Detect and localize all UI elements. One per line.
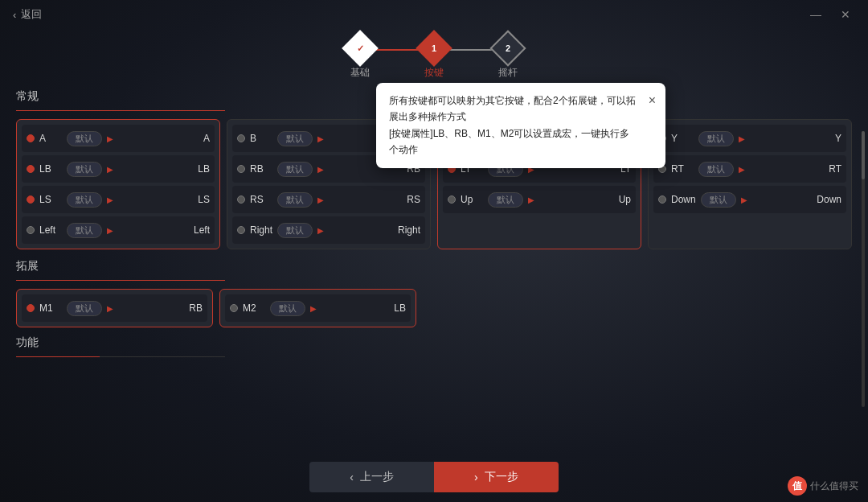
- expand-grid: M1 默认 ▶ RB M2 默认 ▶ LB: [16, 289, 852, 327]
- key-value-Y: Y: [835, 133, 841, 144]
- key-tag-M1: 默认: [67, 301, 102, 316]
- key-name-B: B: [250, 133, 272, 144]
- key-name-A: A: [39, 133, 62, 144]
- key-arrow-Y: ▶: [739, 134, 745, 143]
- key-row-RS[interactable]: RS 默认 ▶ RS: [232, 186, 425, 213]
- key-arrow-Left: ▶: [107, 226, 113, 235]
- key-row-Right[interactable]: Right 默认 ▶ Right: [232, 216, 425, 244]
- info-text-1: 所有按键都可以映射为其它按键，配合2个拓展键，可以拓展出多种操作方式: [389, 93, 637, 126]
- key-name-RB: RB: [250, 163, 272, 175]
- back-button[interactable]: ‹ 返回: [13, 7, 42, 22]
- step-1-label: 基础: [350, 66, 370, 80]
- key-value-LB: LB: [198, 163, 210, 175]
- key-arrow-RB: ▶: [317, 165, 324, 174]
- key-name-Right: Right: [250, 224, 272, 236]
- key-value-RT: RT: [829, 163, 841, 175]
- info-box-close-button[interactable]: ×: [649, 89, 656, 111]
- key-arrow-A: ▶: [107, 134, 113, 143]
- key-name-LS: LS: [39, 194, 62, 205]
- key-dot-RB: [237, 165, 245, 173]
- key-tag-M2: 默认: [270, 301, 305, 316]
- step-3: 2 摇杆: [495, 35, 521, 80]
- key-tag-LB: 默认: [67, 162, 102, 177]
- scroll-thumb: [862, 131, 865, 179]
- step-2-label: 按键: [424, 66, 444, 80]
- expand-section-label: 拓展: [16, 259, 852, 274]
- step-3-diamond: 2: [489, 30, 526, 66]
- key-arrow-M2: ▶: [310, 304, 317, 313]
- key-arrow-B: ▶: [317, 134, 324, 143]
- info-text-2: [按键属性]LB、RB、M1、M2可以设置成宏，一键执行多个动作: [389, 126, 637, 158]
- key-row-LB[interactable]: LB 默认 ▶ LB: [22, 155, 215, 183]
- key-name-LB: LB: [39, 163, 62, 175]
- key-row-M2[interactable]: M2 默认 ▶ LB: [225, 294, 411, 322]
- key-tag-Y: 默认: [698, 131, 734, 146]
- watermark: 值 什么值得买: [788, 476, 858, 496]
- key-row-Up[interactable]: Up 默认 ▶ Up: [443, 186, 636, 213]
- close-button[interactable]: ✕: [836, 6, 855, 23]
- key-value-Right: Right: [398, 224, 420, 236]
- step-2-number: 1: [432, 43, 436, 53]
- key-row-M1[interactable]: M1 默认 ▶ RB: [22, 294, 207, 322]
- key-tag-LS: 默认: [67, 192, 102, 208]
- expand-col-M2: M2 默认 ▶ LB: [219, 289, 416, 327]
- key-dot-LB: [27, 165, 35, 173]
- step-line-1: [373, 49, 421, 51]
- key-value-Up: Up: [619, 194, 631, 205]
- info-box: 所有按键都可以映射为其它按键，配合2个拓展键，可以拓展出多种操作方式 [按键属性…: [376, 83, 665, 168]
- stepper: ✓ 基础 1 按键 2 摇杆: [0, 29, 868, 83]
- key-name-RT: RT: [671, 163, 694, 175]
- step-3-number: 2: [506, 43, 510, 53]
- key-arrow-Up: ▶: [528, 195, 534, 204]
- key-arrow-LB: ▶: [107, 165, 113, 174]
- prev-step-button[interactable]: ‹ 上一步: [309, 462, 434, 492]
- step-2: 1 按键: [421, 35, 447, 80]
- key-dot-A: [27, 134, 35, 142]
- step-1-icon: ✓: [357, 43, 364, 54]
- key-value-M2: LB: [394, 302, 406, 314]
- main-content: 所有按键都可以映射为其它按键，配合2个拓展键，可以拓展出多种操作方式 [按键属性…: [0, 83, 868, 455]
- title-bar: ‹ 返回 — ✕: [0, 0, 868, 29]
- key-dot-B: [237, 134, 245, 142]
- key-dot-Down: [658, 195, 666, 204]
- function-section-line: [16, 356, 225, 357]
- prev-arrow-icon: ‹: [350, 471, 354, 483]
- key-name-Down: Down: [671, 194, 696, 205]
- key-row-A[interactable]: A 默认 ▶ A: [22, 125, 215, 152]
- key-row-RT[interactable]: RT 默认 ▶ RT: [653, 155, 846, 183]
- key-value-RS: RS: [407, 194, 420, 205]
- expand-section: 拓展 M1 默认 ▶ RB M2 默认: [16, 259, 852, 327]
- key-row-Left[interactable]: Left 默认 ▶ Left: [22, 216, 215, 244]
- next-step-button[interactable]: › 下一步: [434, 462, 559, 492]
- key-row-LS[interactable]: LS 默认 ▶ LS: [22, 186, 215, 213]
- button-column-1: A 默认 ▶ A LB 默认 ▶ LB LS: [16, 119, 220, 249]
- app-window: ‹ 返回 — ✕ ✓ 基础 1 按键 2 摇杆: [0, 0, 868, 502]
- bottom-nav: ‹ 上一步 › 下一步: [0, 455, 868, 502]
- key-value-M1: RB: [189, 302, 203, 314]
- key-dot-RS: [237, 195, 245, 204]
- key-name-M1: M1: [39, 302, 62, 314]
- scroll-area[interactable]: [862, 131, 865, 407]
- key-dot-Right: [237, 226, 245, 234]
- watermark-text: 什么值得买: [810, 479, 858, 493]
- key-dot-M2: [230, 304, 238, 312]
- button-column-4: Y 默认 ▶ Y RT 默认 ▶ RT Down: [648, 119, 852, 249]
- key-value-A: A: [203, 133, 210, 144]
- step-1-diamond: ✓: [342, 30, 378, 66]
- step-3-label: 摇杆: [498, 66, 518, 80]
- key-arrow-M1: ▶: [107, 304, 113, 313]
- step-1: ✓ 基础: [347, 35, 373, 80]
- minimize-button[interactable]: —: [805, 6, 826, 23]
- key-arrow-Down: ▶: [741, 195, 747, 204]
- function-section: 功能: [16, 335, 852, 357]
- key-row-Y[interactable]: Y 默认 ▶ Y: [653, 125, 846, 152]
- key-value-Down: Down: [817, 194, 841, 205]
- next-arrow-icon: ›: [474, 471, 478, 483]
- key-name-M2: M2: [243, 302, 265, 314]
- next-step-label: 下一步: [485, 470, 518, 484]
- step-line-2: [447, 49, 495, 51]
- key-name-Up: Up: [461, 194, 483, 205]
- key-tag-RT: 默认: [698, 162, 734, 177]
- key-value-LS: LS: [198, 194, 210, 205]
- key-row-Down[interactable]: Down 默认 ▶ Down: [653, 186, 846, 213]
